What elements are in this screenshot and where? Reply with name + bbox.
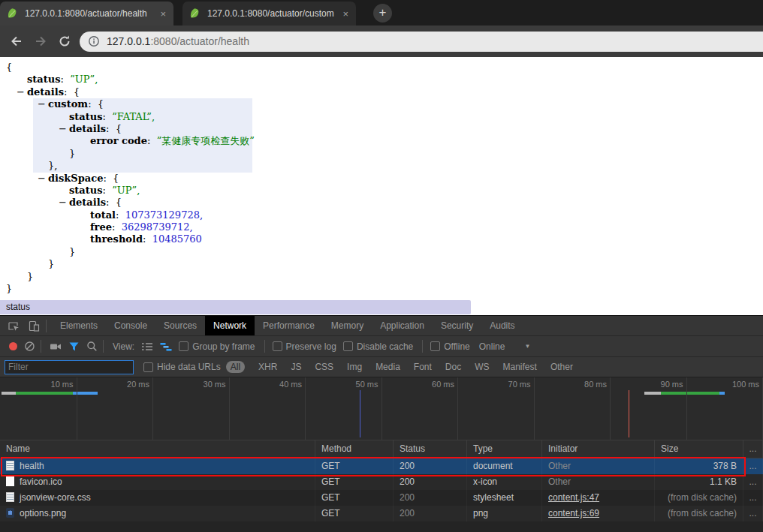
view-overview-button[interactable]: [160, 341, 172, 352]
document-icon: [6, 461, 14, 470]
devtools-tab-sources[interactable]: Sources: [155, 316, 205, 335]
tab-health[interactable]: 127.0.0.1:8080/actuator/health ×: [0, 2, 173, 26]
request-initiator: Other: [548, 476, 571, 487]
address-bar[interactable]: 127.0.0.1:8080/actuator/health: [80, 32, 763, 52]
column-header-[interactable]: ...: [743, 440, 763, 458]
ruler-label: 100 ms: [719, 380, 759, 389]
devtools-tab-security[interactable]: Security: [433, 316, 481, 335]
disable-cache-checkbox[interactable]: [343, 341, 353, 351]
request-row-options.png[interactable]: options.pngGET200pngcontent.js:69(from d…: [0, 506, 763, 521]
url-text: 127.0.0.1:8080/actuator/health: [107, 35, 249, 47]
offline-checkbox[interactable]: [430, 341, 440, 351]
ruler-label: 50 ms: [338, 380, 378, 389]
filter-type-list: AllXHRJSCSSImgMediaFontDocWSManifestOthe…: [221, 361, 573, 373]
filter-type-all[interactable]: All: [226, 361, 245, 373]
collapse-toggle[interactable]: −: [38, 173, 48, 185]
collapse-toggle[interactable]: −: [38, 98, 48, 110]
hide-data-urls-checkbox[interactable]: [143, 362, 153, 372]
forward-button[interactable]: [33, 34, 48, 49]
json-line: }: [0, 246, 763, 258]
back-button[interactable]: [9, 34, 24, 49]
inspect-element-button[interactable]: [8, 320, 20, 332]
filter-type-manifest[interactable]: Manifest: [503, 362, 537, 372]
column-header-initiator[interactable]: Initiator: [542, 440, 655, 458]
json-key: details: [27, 86, 64, 98]
throttling-select[interactable]: Online: [479, 341, 505, 352]
tab-close-icon[interactable]: ×: [341, 8, 350, 20]
reload-button[interactable]: [57, 34, 72, 49]
request-overflow: ...: [743, 474, 763, 490]
json-key: total: [90, 209, 116, 221]
filter-type-ws[interactable]: WS: [475, 362, 489, 372]
column-header-size[interactable]: Size: [655, 440, 743, 458]
column-header-status[interactable]: Status: [394, 440, 467, 458]
filter-type-css[interactable]: CSS: [315, 362, 333, 372]
devtools-tab-elements[interactable]: Elements: [52, 316, 106, 335]
file-icon: [6, 476, 14, 486]
column-header-method[interactable]: Method: [315, 440, 394, 458]
filter-type-doc[interactable]: Doc: [445, 362, 461, 372]
spring-leaf-favicon: [6, 8, 18, 20]
inspect-cursor-icon: [8, 320, 20, 332]
ruler-gridline: [534, 377, 535, 440]
new-tab-button[interactable]: +: [373, 4, 392, 23]
tab-close-icon[interactable]: ×: [158, 8, 167, 20]
filter-toggle-button[interactable]: [68, 341, 80, 352]
filter-type-font[interactable]: Font: [414, 362, 432, 372]
json-key: details: [69, 197, 106, 208]
devtools-tab-performance[interactable]: Performance: [255, 316, 323, 335]
tab-custom[interactable]: 127.0.0.1:8080/actuator/custom ×: [182, 2, 356, 26]
json-line: status: ”UP”,: [0, 185, 763, 197]
record-button[interactable]: [9, 342, 17, 350]
json-line: status: ”FATAL”,: [0, 111, 763, 123]
preserve-log-checkbox[interactable]: [273, 341, 282, 351]
filter-type-js[interactable]: JS: [291, 362, 301, 372]
back-arrow-icon: [9, 34, 24, 49]
devtools-tabbar: ElementsConsoleSourcesNetworkPerformance…: [0, 316, 763, 336]
json-key: status: [27, 74, 61, 85]
request-row-jsonview-core.css[interactable]: jsonview-core.cssGET200stylesheetcontent…: [0, 490, 763, 506]
filter-type-img[interactable]: Img: [347, 362, 362, 372]
devtools-tab-console[interactable]: Console: [106, 316, 155, 335]
json-key: error code: [90, 135, 147, 146]
view-label: View:: [113, 341, 134, 352]
filter-type-xhr[interactable]: XHR: [258, 362, 277, 372]
view-list-button[interactable]: [141, 341, 153, 352]
json-line: {: [0, 62, 763, 74]
json-value: ”UP”,: [112, 185, 140, 196]
chevron-down-icon[interactable]: ▼: [524, 343, 530, 350]
preserve-log-label: Preserve log: [286, 341, 336, 352]
devtools-tab-network[interactable]: Network: [205, 316, 255, 335]
request-initiator[interactable]: content.js:47: [548, 492, 599, 503]
group-by-frame-checkbox[interactable]: [179, 341, 188, 351]
page-info-icon[interactable]: [88, 35, 100, 47]
divider: [264, 340, 265, 353]
collapse-toggle[interactable]: −: [59, 123, 69, 135]
collapse-toggle[interactable]: −: [17, 86, 27, 98]
column-header-type[interactable]: Type: [467, 440, 542, 458]
filter-type-other[interactable]: Other: [550, 362, 573, 372]
collapse-toggle[interactable]: −: [59, 197, 69, 209]
devtools-tab-audits[interactable]: Audits: [481, 316, 523, 335]
divider: [103, 340, 104, 353]
browser-toolbar: 127.0.0.1:8080/actuator/health: [0, 26, 763, 57]
devtools-tab-memory[interactable]: Memory: [323, 316, 372, 335]
column-header-name[interactable]: Name: [0, 440, 315, 458]
filter-input[interactable]: [5, 360, 134, 374]
clear-button[interactable]: [24, 341, 35, 352]
request-initiator[interactable]: content.js:69: [548, 508, 599, 518]
filter-type-media[interactable]: Media: [375, 362, 400, 372]
json-key: threshold: [90, 233, 143, 245]
device-toolbar-button[interactable]: [28, 320, 41, 332]
ruler-label: 60 ms: [414, 380, 454, 389]
search-button[interactable]: [86, 341, 98, 352]
capture-screenshots-button[interactable]: [50, 341, 62, 352]
json-line: total: 107373129728,: [0, 209, 763, 221]
spring-leaf-favicon: [188, 8, 201, 20]
devtools-tab-application[interactable]: Application: [372, 316, 433, 335]
network-overview-timeline[interactable]: 10 ms20 ms30 ms40 ms50 ms60 ms70 ms80 ms…: [0, 377, 763, 440]
ruler-label: 90 ms: [643, 380, 683, 389]
request-row-favicon.ico[interactable]: favicon.icoGET200x-iconOther1.1 KB...: [0, 474, 763, 490]
request-row-health[interactable]: healthGET200documentOther378 B...: [0, 458, 763, 474]
ruler-gridline: [457, 377, 458, 440]
